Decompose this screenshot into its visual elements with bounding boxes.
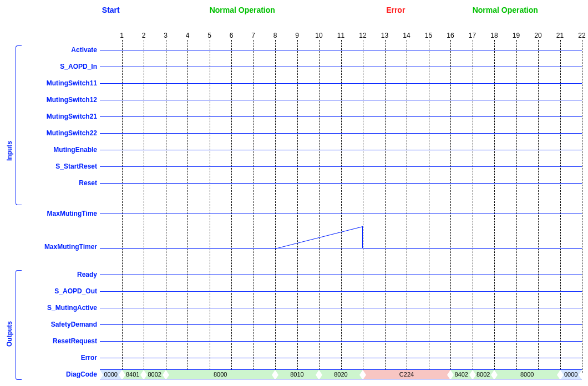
diagcode-segment: 8020	[319, 369, 363, 379]
time-gridline	[407, 40, 407, 373]
diagcode-segment: 8002	[473, 369, 495, 379]
signal-label: MutingSwitch21	[47, 113, 97, 120]
phase-label: Normal Operation	[473, 6, 538, 14]
time-gridline	[210, 40, 210, 373]
signal-label: SafetyDemand	[51, 321, 97, 328]
signal-label: Activate	[71, 46, 97, 54]
signal-label: S_MutingActive	[47, 304, 97, 312]
time-tick: 19	[511, 32, 522, 39]
signal-baseline	[100, 324, 582, 325]
signal-baseline	[100, 214, 582, 214]
signal-baseline	[100, 183, 582, 184]
time-tick: 14	[401, 32, 412, 39]
signal-label: S_StartReset	[55, 162, 97, 170]
signal-baseline	[100, 308, 582, 308]
time-tick: 22	[576, 32, 587, 39]
signal-label: Ready	[77, 271, 97, 278]
time-gridline	[473, 40, 473, 373]
signal-baseline	[100, 341, 582, 342]
signal-baseline	[100, 166, 582, 167]
time-tick: 11	[336, 32, 347, 39]
time-tick: 15	[423, 32, 434, 39]
time-gridline	[231, 40, 232, 373]
signal-label: S_AOPD_In	[60, 63, 97, 70]
signal-baseline	[100, 133, 582, 134]
time-tick: 16	[445, 32, 456, 39]
time-tick: 13	[379, 32, 391, 39]
signal-label: MutingSwitch11	[47, 79, 97, 87]
time-tick: 10	[313, 32, 325, 39]
outputs-axis-label: Outputs	[6, 321, 13, 347]
signal-label: ResetRequest	[53, 337, 97, 345]
time-gridline	[341, 40, 342, 373]
time-gridline	[385, 40, 386, 373]
time-gridline	[144, 40, 144, 373]
inputs-bracket	[16, 45, 22, 205]
signal-baseline	[100, 358, 582, 358]
signal-baseline	[100, 83, 582, 84]
timer-ramp-diag	[275, 226, 363, 249]
time-tick: 2	[138, 32, 149, 39]
signal-label: MaxMutingTime	[47, 210, 97, 217]
time-gridline	[538, 40, 539, 373]
signal-baseline	[100, 116, 582, 117]
time-gridline	[254, 40, 254, 373]
time-tick: 6	[226, 32, 237, 39]
time-gridline	[319, 40, 320, 373]
signal-baseline	[363, 248, 582, 249]
signal-baseline	[100, 291, 582, 292]
diagcode-segment: 8402	[450, 369, 473, 379]
time-tick: 20	[533, 32, 544, 39]
time-gridline	[363, 40, 363, 373]
timing-diagram-canvas: Inputs Outputs StartNormal OperationErro…	[0, 0, 588, 386]
signal-label: MutingSwitch22	[47, 129, 97, 137]
diagcode-segment: 8010	[275, 369, 319, 379]
diagcode-segment: 8401	[122, 369, 144, 379]
time-gridline	[494, 40, 495, 373]
time-tick: 3	[160, 32, 171, 39]
time-tick: 7	[248, 32, 259, 39]
signal-label: MutingSwitch12	[47, 96, 97, 104]
time-tick: 18	[489, 32, 500, 39]
time-gridline	[187, 40, 188, 373]
time-gridline	[450, 40, 451, 373]
signal-baseline	[100, 50, 582, 50]
diagcode-segment: 8000	[166, 369, 276, 379]
signal-baseline	[100, 150, 582, 150]
diagcode-segment: 0000	[560, 369, 582, 379]
diagcode-segment: 8002	[144, 369, 166, 379]
time-gridline	[516, 40, 517, 373]
time-tick: 21	[555, 32, 566, 39]
time-tick: 17	[467, 32, 478, 39]
time-gridline	[122, 40, 123, 373]
time-tick: 9	[292, 32, 303, 39]
signal-label: MaxMutingTimer	[44, 243, 97, 251]
signal-label: Error	[81, 354, 97, 362]
time-tick: 4	[182, 32, 193, 39]
time-gridline	[297, 40, 298, 373]
time-tick: 12	[357, 32, 368, 39]
phase-label: Normal Operation	[210, 6, 275, 14]
inputs-axis-label: Inputs	[6, 141, 13, 161]
signal-baseline	[100, 100, 582, 100]
signal-label: DiagCode	[66, 370, 97, 378]
diagcode-segment: 0000	[100, 369, 122, 379]
phase-label: Start	[102, 6, 120, 14]
time-gridline	[275, 40, 276, 373]
phase-label: Error	[386, 6, 405, 14]
time-tick: 8	[270, 32, 281, 39]
time-tick: 5	[204, 32, 215, 39]
diagcode-segment: 8000	[494, 369, 560, 379]
time-tick: 1	[116, 32, 128, 39]
signal-baseline	[100, 67, 582, 67]
time-gridline	[560, 40, 561, 373]
signal-label: Reset	[79, 179, 97, 187]
signal-baseline	[100, 248, 275, 249]
timer-ramp	[275, 226, 363, 248]
outputs-bracket	[16, 270, 22, 380]
signal-label: S_AOPD_Out	[54, 287, 97, 295]
time-gridline	[429, 40, 429, 373]
time-gridline	[582, 40, 582, 373]
time-gridline	[166, 40, 166, 373]
diagcode-segment: C224	[363, 369, 450, 379]
